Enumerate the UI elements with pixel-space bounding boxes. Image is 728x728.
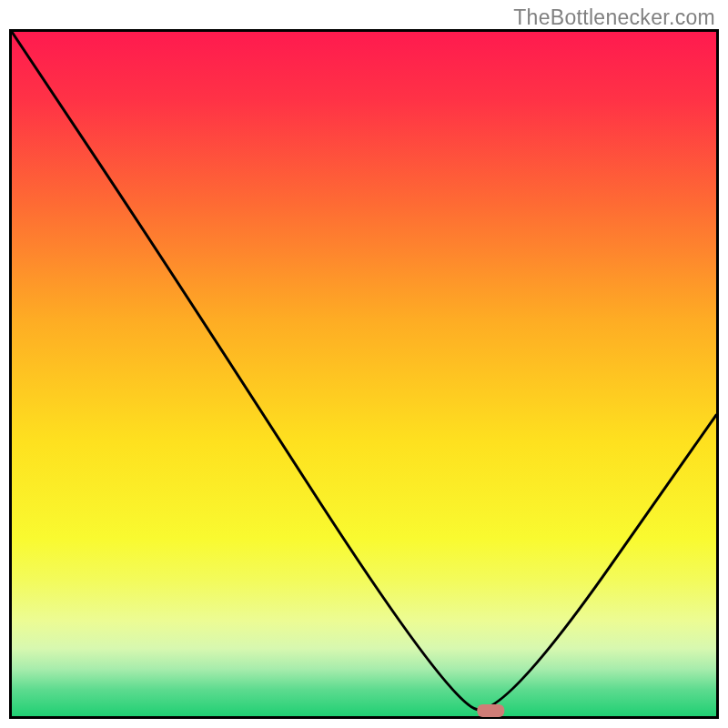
watermark-text: TheBottlenecker.com	[513, 5, 715, 30]
chart-frame	[9, 29, 719, 719]
gradient-background	[11, 31, 717, 717]
optimal-marker	[477, 704, 504, 717]
chart-svg	[9, 29, 719, 719]
